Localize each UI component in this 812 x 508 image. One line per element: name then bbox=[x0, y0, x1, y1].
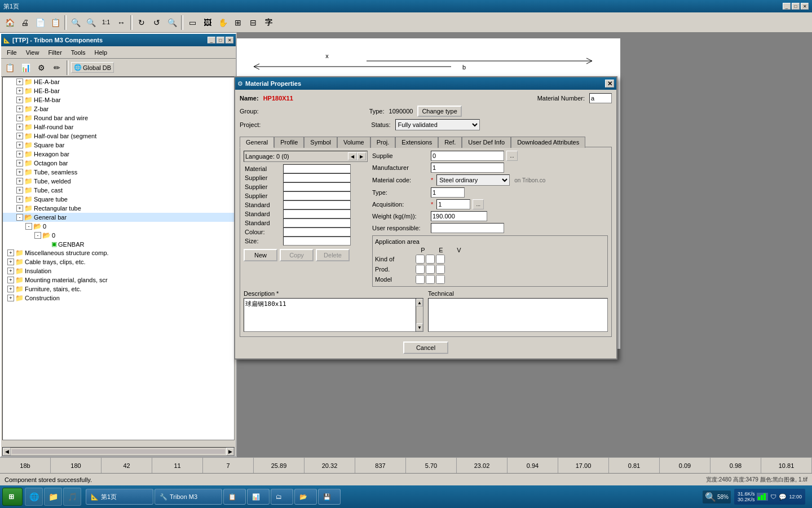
minimize-button[interactable]: _ bbox=[783, 3, 791, 10]
tree-hscrollbar[interactable]: ◀ ▶ bbox=[2, 447, 235, 456]
toolbar-btn-pan[interactable]: ✋ bbox=[215, 15, 230, 30]
expand-tube-w[interactable]: + bbox=[16, 178, 23, 185]
tree-item-tube-cast[interactable]: + 📁 Tube, cast bbox=[3, 186, 234, 195]
tab-proj[interactable]: Proj. bbox=[370, 137, 396, 148]
toolbar-btn-1[interactable]: 🏠 bbox=[2, 15, 17, 30]
desc-scroll-down[interactable]: ▼ bbox=[416, 323, 423, 331]
colour-cell[interactable] bbox=[283, 227, 368, 237]
toolbar-btn-special[interactable]: 字 bbox=[261, 15, 276, 30]
supplie-input[interactable] bbox=[431, 151, 504, 161]
maximize-button[interactable]: □ bbox=[792, 3, 800, 10]
desc-scrollbar[interactable]: ▲ ▼ bbox=[416, 298, 423, 332]
expand-square[interactable]: + bbox=[16, 142, 23, 148]
copy-button[interactable]: Copy bbox=[280, 249, 314, 261]
toolbar-btn-2[interactable]: 🖨 bbox=[17, 15, 32, 30]
expand-tube-c[interactable]: + bbox=[16, 187, 23, 194]
taskbar-icon-media[interactable]: 🎵 bbox=[63, 488, 81, 506]
manufacturer-input[interactable] bbox=[431, 163, 504, 173]
change-type-button[interactable]: Change type bbox=[417, 106, 461, 117]
tree-item-rect-tube[interactable]: + 📁 Rectangular tube bbox=[3, 204, 234, 213]
taskbar-app-small5[interactable]: 💾 bbox=[318, 489, 341, 505]
comp-icon2[interactable]: 📊 bbox=[18, 60, 33, 75]
supplier3-input[interactable] bbox=[283, 191, 351, 200]
taskbar-app-small1[interactable]: 📋 bbox=[223, 489, 246, 505]
new-button[interactable]: New bbox=[244, 249, 277, 261]
tree-item-genbar[interactable]: ▣ GENBAR bbox=[3, 240, 234, 248]
expand-insul[interactable]: + bbox=[7, 268, 14, 274]
expand-const[interactable]: + bbox=[7, 295, 14, 301]
model-v-cb[interactable] bbox=[436, 275, 445, 284]
taskbar-app-drawing[interactable]: 📐 第1页 bbox=[86, 489, 153, 505]
technical-textarea[interactable] bbox=[428, 298, 608, 332]
expand-cable[interactable]: + bbox=[7, 259, 14, 265]
taskbar-icon-folder[interactable]: 📁 bbox=[44, 488, 62, 506]
menu-file[interactable]: File bbox=[2, 48, 21, 57]
prod-e-cb[interactable] bbox=[426, 265, 435, 274]
expand-mount[interactable]: + bbox=[7, 277, 14, 283]
expand-he-m[interactable]: + bbox=[16, 97, 23, 103]
toolbar-btn-rect[interactable]: ▭ bbox=[185, 15, 200, 30]
expand-halfoval[interactable]: + bbox=[16, 133, 23, 139]
delete-button[interactable]: Delete bbox=[316, 249, 350, 261]
toolbar-btn-grid[interactable]: ⊞ bbox=[231, 15, 245, 30]
tree-item-mounting[interactable]: + 📁 Mounting material, glands, scr bbox=[3, 275, 234, 284]
weight-input[interactable] bbox=[431, 211, 487, 221]
expand-genbar[interactable]: - bbox=[16, 214, 23, 221]
tab-ref[interactable]: Ref. bbox=[438, 137, 462, 148]
taskbar-icon-ie[interactable]: 🌐 bbox=[25, 488, 43, 506]
expand-z[interactable]: + bbox=[16, 106, 23, 112]
tree-item-half-round[interactable]: + 📁 Half-round bar bbox=[3, 122, 234, 132]
supplie-browse-btn[interactable]: ... bbox=[506, 151, 518, 161]
tab-userdefinfo[interactable]: User Def Info bbox=[462, 137, 511, 148]
standard1-input[interactable] bbox=[283, 200, 351, 209]
desc-scroll-up[interactable]: ▲ bbox=[416, 299, 423, 306]
tree-item-round-bar[interactable]: + 📁 Round bar and wire bbox=[3, 113, 234, 122]
comp-icon1[interactable]: 📋 bbox=[2, 60, 17, 75]
taskbar-app-tribon[interactable]: 🔧 Tribon M3 bbox=[155, 489, 222, 505]
colour-input[interactable] bbox=[283, 227, 351, 237]
supplier1-input[interactable] bbox=[283, 173, 351, 182]
cancel-button[interactable]: Cancel bbox=[403, 341, 448, 354]
acquisition-input[interactable] bbox=[436, 199, 470, 209]
tree-item-tube-seamless[interactable]: + 📁 Tube, seamless bbox=[3, 168, 234, 177]
toolbar-fit[interactable]: ↔ bbox=[114, 15, 129, 30]
tree-item-hexagon[interactable]: + 📁 Hexagon bar bbox=[3, 150, 234, 159]
acq-browse-btn[interactable]: ... bbox=[473, 199, 484, 209]
toolbar-zoom-out[interactable]: 🔍 bbox=[83, 15, 98, 30]
tree-item-furniture[interactable]: + 📁 Furniture, stairs, etc. bbox=[3, 284, 234, 294]
tab-profile[interactable]: Profile bbox=[274, 137, 304, 148]
model-e-cb[interactable] bbox=[426, 275, 435, 284]
supplier1-cell[interactable] bbox=[283, 173, 368, 182]
supplier2-cell[interactable] bbox=[283, 182, 368, 191]
expand-hex[interactable]: + bbox=[16, 151, 23, 157]
standard2-input[interactable] bbox=[283, 209, 351, 218]
global-db-button[interactable]: 🌐 Global DB bbox=[71, 62, 114, 73]
standard3-input[interactable] bbox=[283, 218, 351, 227]
taskbar-app-small4[interactable]: 📂 bbox=[294, 489, 317, 505]
expand-misc[interactable]: + bbox=[7, 249, 14, 256]
tree-item-cable[interactable]: + 📁 Cable trays, clips, etc. bbox=[3, 257, 234, 266]
tree-item-octagon[interactable]: + 📁 Octagon bar bbox=[3, 159, 234, 168]
standard2-cell[interactable] bbox=[283, 209, 368, 218]
status-dropdown[interactable]: Fully validated Draft Pending bbox=[395, 119, 480, 130]
expand-0b[interactable]: - bbox=[34, 232, 41, 239]
desc-scroll-thumb[interactable] bbox=[416, 306, 423, 323]
scroll-left[interactable]: ◀ bbox=[3, 448, 11, 456]
tree-item-insulation[interactable]: + 📁 Insulation bbox=[3, 266, 234, 275]
toolbar-btn-4[interactable]: 📋 bbox=[48, 15, 63, 30]
user-resp-input[interactable] bbox=[431, 223, 504, 233]
toolbar-btn-img[interactable]: 🖼 bbox=[200, 15, 215, 30]
menu-help[interactable]: Help bbox=[90, 48, 112, 57]
close-button[interactable]: ✕ bbox=[801, 3, 809, 10]
tribon-minimize[interactable]: _ bbox=[208, 37, 215, 43]
toolbar-btn-3[interactable]: 📄 bbox=[33, 15, 47, 30]
toolbar-search[interactable]: 🔍 bbox=[165, 15, 179, 30]
tab-downloaded-attrs[interactable]: Downloaded Attributes bbox=[511, 137, 585, 148]
expand-tube-s[interactable]: + bbox=[16, 169, 23, 176]
tree-item-z-bar[interactable]: + 📁 Z-bar bbox=[3, 104, 234, 113]
tree-item-misc[interactable]: + 📁 Miscellaneous structure comp. bbox=[3, 248, 234, 257]
tree-item-tube-welded[interactable]: + 📁 Tube, welded bbox=[3, 177, 234, 186]
expand-round[interactable]: + bbox=[16, 115, 23, 121]
tree-item-he-m-bar[interactable]: + 📁 HE-M-bar bbox=[3, 95, 234, 104]
supplier2-input[interactable] bbox=[283, 182, 351, 191]
